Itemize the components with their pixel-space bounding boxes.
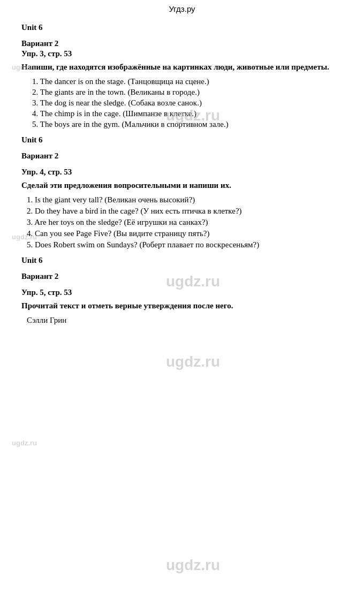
task-1-text: Напиши, где находятся изображённые на ка… (21, 63, 343, 72)
task-2-text: Сделай эти предложения вопросительными и… (21, 181, 343, 190)
answer-1-3: 3. The dog is near the sledge. (Собака в… (32, 98, 343, 108)
answer-2-1: 1. Is the giant very tall? (Великан очен… (27, 195, 343, 204)
watermark-5: ugdz.ru (166, 353, 220, 370)
unit-3-label: Unit 6 (21, 256, 343, 265)
answer-2-2: 2. Do they have a bird in the cage? (У н… (27, 207, 343, 216)
unit-2-label: Unit 6 (21, 135, 343, 145)
answer-2-5: 5. Does Robert swim on Sundays? (Роберт … (27, 240, 343, 249)
answer-block-2: 1. Is the giant very tall? (Великан очен… (21, 195, 343, 249)
exercise-3-label: Упр. 5, стр. 53 (21, 288, 343, 297)
answer-block-3: Сэлли Грин (21, 316, 343, 325)
answer-2-4: 4. Can you see Page Five? (Вы видите стр… (27, 229, 343, 238)
section-1: Unit 6 Вариант 2 Упр. 3, стр. 53 Напиши,… (21, 23, 343, 129)
answer-1-1: 1. The dancer is on the stage. (Танцовщи… (32, 77, 343, 86)
task-3-text: Прочитай текст и отметь верные утвержден… (21, 301, 343, 310)
exercise-1-label: Упр. 3, стр. 53 (21, 49, 343, 58)
unit-1-label: Unit 6 (21, 23, 343, 32)
answer-1-4: 4. The chimp is in the cage. (Шимпанзе в… (32, 109, 343, 118)
watermark-6: ugdz.ru (12, 439, 37, 447)
answer-2-3: 3. Are her toys on the sledge? (Её игруш… (27, 218, 343, 227)
variant-2-label: Вариант 2 (21, 151, 343, 161)
extra-text: Сэлли Грин (27, 316, 343, 325)
section-2: Unit 6 Вариант 2 Упр. 4, стр. 53 Сделай … (21, 135, 343, 249)
answer-1-2: 2. The giants are in the town. (Великаны… (32, 88, 343, 97)
variant-1-label: Вариант 2 (21, 39, 343, 48)
answer-list-1: 1. The dancer is on the stage. (Танцовщи… (21, 77, 343, 129)
section-3: Unit 6 Вариант 2 Упр. 5, стр. 53 Прочита… (21, 256, 343, 325)
exercise-2-label: Упр. 4, стр. 53 (21, 168, 343, 177)
answer-1-5: 5. The boys are in the gym. (Мальчики в … (32, 120, 343, 129)
variant-3-label: Вариант 2 (21, 272, 343, 281)
watermark-7: ugdz.ru (166, 557, 220, 574)
site-title: Угдз.ру (0, 0, 364, 17)
